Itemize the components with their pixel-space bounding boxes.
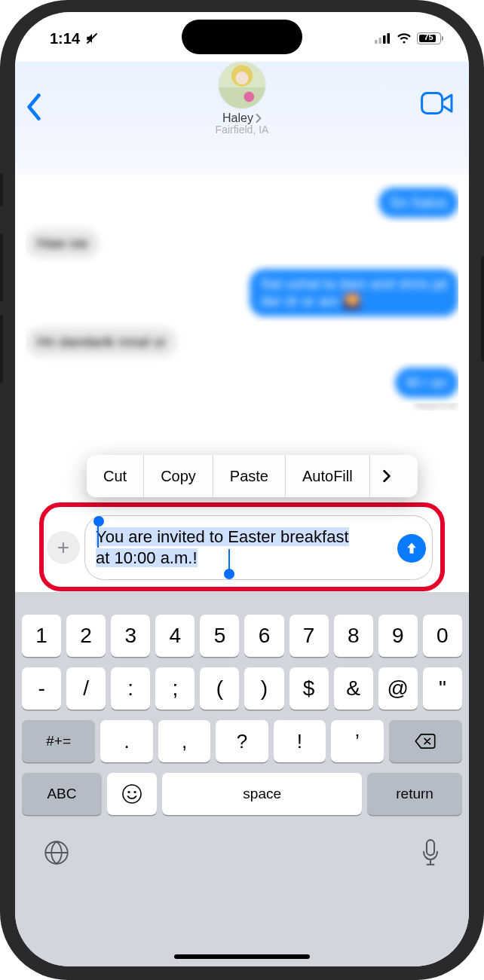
svg-point-5	[123, 785, 141, 803]
key-rparen[interactable]: )	[244, 667, 283, 710]
message-status-label: Read 8:24	[415, 403, 457, 411]
svg-rect-3	[387, 33, 390, 44]
key-symbols-mode[interactable]: #+=	[22, 720, 95, 762]
conversation-header: Haley Fairfield, IA	[15, 62, 469, 182]
keyboard-bottom-bar	[15, 826, 469, 871]
key-comma[interactable]: ,	[158, 720, 210, 762]
key-3[interactable]: 3	[111, 615, 150, 657]
silent-mode-icon	[84, 32, 100, 45]
svg-rect-4	[422, 93, 443, 114]
svg-point-7	[133, 791, 136, 793]
key-semicolon[interactable]: ;	[155, 667, 195, 710]
home-indicator[interactable]	[174, 954, 310, 959]
key-8[interactable]: 8	[334, 615, 373, 657]
message-input[interactable]: You are invited to Easter breakfast at 1…	[84, 515, 433, 580]
selected-text-line2: at 10:00 a.m.!	[96, 548, 198, 567]
battery-percent: 75	[418, 32, 440, 41]
key-period[interactable]: .	[100, 720, 152, 762]
key-0[interactable]: 0	[423, 615, 462, 657]
key-9[interactable]: 9	[378, 615, 418, 657]
side-button-vol-down	[0, 315, 3, 383]
key-question[interactable]: ?	[216, 720, 268, 762]
keyboard: 1 2 3 4 5 6 7 8 9 0 - / : ; ( ) $ & @	[15, 592, 469, 966]
facetime-video-button[interactable]	[421, 92, 454, 118]
svg-point-6	[127, 791, 130, 793]
selected-text-line1: You are invited to Easter breakfast	[96, 527, 349, 546]
key-2[interactable]: 2	[66, 615, 106, 657]
dynamic-island	[182, 20, 302, 54]
back-button[interactable]	[26, 93, 42, 124]
globe-keyboard-icon[interactable]	[44, 840, 69, 869]
sent-message-bubble[interactable]: Sal ushal la dam and shris jalder dr or …	[250, 269, 458, 316]
selection-caret-start	[97, 525, 99, 548]
edit-menu-cut[interactable]: Cut	[87, 455, 144, 497]
cellular-icon	[375, 30, 391, 47]
phone-chrome: 1:14 75	[0, 0, 484, 980]
status-time: 1:14	[50, 30, 80, 47]
key-4[interactable]: 4	[155, 615, 195, 657]
send-button[interactable]	[397, 534, 426, 563]
received-message-bubble[interactable]: Hn dandarik mnal ur	[26, 327, 177, 357]
key-5[interactable]: 5	[200, 615, 239, 657]
edit-menu-more[interactable]	[370, 455, 403, 497]
keyboard-row-4: ABC space return	[15, 773, 469, 815]
key-emoji[interactable]	[107, 773, 157, 815]
edit-menu-copy[interactable]: Copy	[144, 455, 213, 497]
contact-avatar[interactable]	[219, 62, 265, 108]
key-1[interactable]: 1	[22, 615, 61, 657]
battery-icon: 75	[417, 32, 444, 44]
key-slash[interactable]: /	[66, 667, 106, 710]
selection-start-handle[interactable]	[93, 516, 104, 527]
key-colon[interactable]: :	[111, 667, 150, 710]
key-6[interactable]: 6	[244, 615, 283, 657]
add-attachment-button[interactable]: +	[47, 531, 80, 564]
key-dash[interactable]: -	[22, 667, 61, 710]
keyboard-row-3: #+= . , ? ! ’	[15, 720, 469, 762]
compose-area-highlight: + You are invited to Easter breakfast at…	[39, 502, 445, 591]
key-space[interactable]: space	[162, 773, 362, 815]
key-lparen[interactable]: (	[200, 667, 239, 710]
svg-rect-2	[383, 35, 386, 44]
wifi-icon	[396, 30, 412, 47]
key-delete[interactable]	[389, 720, 462, 762]
selection-end-handle[interactable]	[224, 569, 234, 579]
svg-rect-1	[378, 38, 381, 44]
key-return[interactable]: return	[367, 773, 462, 815]
key-apostrophe[interactable]: ’	[331, 720, 383, 762]
message-list[interactable]: So Salus Haw ow Sal ushal la dam and shr…	[15, 182, 469, 415]
received-message-bubble[interactable]: Haw ow	[26, 228, 100, 258]
dictation-mic-icon[interactable]	[421, 839, 440, 869]
side-button-vol-up	[0, 234, 3, 301]
edit-menu-autofill[interactable]: AutoFill	[286, 455, 370, 497]
screen: 1:14 75	[15, 12, 469, 966]
key-dollar[interactable]: $	[289, 667, 329, 710]
key-quote[interactable]: "	[423, 667, 462, 710]
svg-rect-9	[427, 840, 434, 855]
message-input-text[interactable]: You are invited to Easter breakfast at 1…	[96, 527, 349, 569]
svg-rect-0	[375, 40, 378, 44]
contact-location-label: Fairfield, IA	[15, 124, 469, 136]
sent-message-bubble[interactable]: M r an	[395, 368, 458, 398]
keyboard-row-2: - / : ; ( ) $ & @ "	[15, 667, 469, 710]
key-at[interactable]: @	[378, 667, 418, 710]
side-button-power	[481, 256, 484, 362]
key-abc-mode[interactable]: ABC	[22, 773, 102, 815]
keyboard-row-1: 1 2 3 4 5 6 7 8 9 0	[15, 615, 469, 657]
sent-message-bubble[interactable]: So Salus	[378, 188, 458, 218]
side-button-silence	[0, 173, 3, 206]
edit-menu-paste[interactable]: Paste	[213, 455, 286, 497]
key-exclaim[interactable]: !	[274, 720, 326, 762]
text-edit-menu: Cut Copy Paste AutoFill	[87, 455, 418, 497]
key-amp[interactable]: &	[334, 667, 373, 710]
key-7[interactable]: 7	[289, 615, 329, 657]
